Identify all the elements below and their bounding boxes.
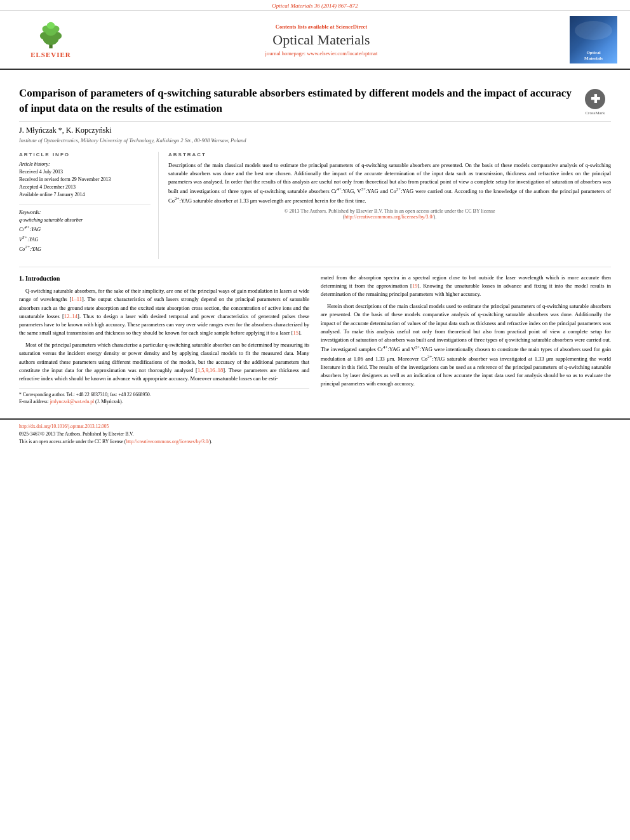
article-info-heading: ARTICLE INFO (19, 152, 151, 157)
keywords-section: Keywords: q-switching saturable absorber… (19, 210, 151, 254)
journal-homepage: journal homepage: www.elsevier.com/locat… (89, 50, 554, 57)
svg-point-7 (47, 22, 55, 29)
divider (19, 204, 151, 204)
article-info-col: ARTICLE INFO Article history: Received 4… (19, 152, 159, 259)
footnote-email: E-mail address: jmlynczak@wat.edu.pl (J.… (19, 398, 309, 405)
history-title: Article history: (19, 161, 151, 167)
homepage-url[interactable]: www.elsevier.com/locate/optmat (307, 50, 377, 57)
intro-heading: 1. Introduction (19, 274, 309, 284)
ref-15[interactable]: 15 (293, 330, 299, 336)
ref-19[interactable]: 19 (412, 283, 418, 289)
doi-url[interactable]: http://dx.doi.org/10.1016/j.optmat.2013.… (19, 423, 109, 429)
footnotes: * Corresponding author. Tel.: +48 22 683… (19, 388, 309, 406)
elsevier-tree-icon (32, 21, 70, 50)
body-right-para-1: mated from the absorption spectra in a s… (321, 274, 611, 299)
history-line-4: Available online 7 January 2014 (19, 191, 151, 199)
crossmark-icon: ✚ (585, 89, 605, 109)
crossmark-label: CrossMark (585, 110, 605, 116)
keyword-1: q-switching saturable absorber (19, 217, 151, 225)
intro-para-1: Q-switching saturable absorbers, for the… (19, 287, 309, 337)
authors-names: J. Młyńczak *, K. Kopczyński (19, 126, 611, 135)
ref-1-5-9-16-18[interactable]: 1,5,9,16–18 (198, 367, 223, 373)
elsevier-logo-section: ELSEVIER (13, 21, 89, 58)
footnote-corresponding: * Corresponding author. Tel.: +48 22 683… (19, 391, 309, 398)
page-wrapper: Optical Materials 36 (2014) 867–872 ELSE… (0, 0, 630, 840)
author-names-text: J. Młyńczak *, K. Kopczyński (19, 126, 112, 135)
article-title-section: Comparison of parameters of q-switching … (19, 76, 611, 122)
journal-cover-section: OpticalMaterials (554, 16, 617, 63)
body-col-left: 1. Introduction Q-switching saturable ab… (19, 274, 309, 406)
ref-1-11[interactable]: 1–11 (71, 296, 82, 302)
abstract-col: ABSTRACT Descriptions of the main classi… (168, 152, 611, 259)
journal-citation-bar: Optical Materials 36 (2014) 867–872 (0, 0, 630, 11)
journal-cover-image: OpticalMaterials (570, 16, 617, 63)
sciencedirect-notice: Contents lists available at ScienceDirec… (89, 23, 554, 30)
journal-header: ELSEVIER Contents lists available at Sci… (0, 11, 630, 70)
affiliation: Institute of Optoelectronics, Military U… (19, 137, 611, 143)
journal-title: Optical Materials (89, 32, 554, 48)
elsevier-brand-text: ELSEVIER (30, 51, 71, 58)
keyword-3: V3+:YAG (19, 234, 151, 244)
cc-footer-url[interactable]: http://creativecommons.org/licenses/by/3… (126, 439, 210, 444)
keyword-4: Co2+:YAG (19, 244, 151, 253)
journal-citation-text: Optical Materials 36 (2014) 867–872 (272, 3, 358, 9)
body-col-right: mated from the absorption spectra in a s… (321, 274, 611, 406)
body-section: 1. Introduction Q-switching saturable ab… (19, 267, 611, 406)
issn-line: 0925-3467/© 2013 The Authors. Published … (19, 430, 611, 438)
history-line-1: Received 4 July 2013 (19, 168, 151, 176)
keywords-heading: Keywords: (19, 210, 151, 215)
article-content: Comparison of parameters of q-switching … (0, 70, 630, 412)
article-history: Article history: Received 4 July 2013 Re… (19, 161, 151, 199)
abstract-heading: ABSTRACT (168, 152, 611, 157)
history-line-3: Accepted 4 December 2013 (19, 183, 151, 191)
cc-url[interactable]: http://creativecommons.org/licenses/by/3… (344, 214, 433, 220)
sciencedirect-link[interactable]: ScienceDirect (336, 23, 367, 30)
history-line-2: Received in revised form 29 November 201… (19, 176, 151, 183)
keywords-list: q-switching saturable absorber Cr4+:YAG … (19, 217, 151, 254)
keyword-2: Cr4+:YAG (19, 224, 151, 234)
cc-license-line: © 2013 The Authors. Published by Elsevie… (168, 208, 611, 220)
crossmark-badge[interactable]: ✚ CrossMark (579, 89, 611, 116)
authors-section: J. Młyńczak *, K. Kopczyński Institute o… (19, 122, 611, 145)
abstract-text: Descriptions of the main classical model… (168, 161, 611, 206)
cover-decor (575, 21, 612, 40)
journal-title-section: Contents lists available at ScienceDirec… (89, 23, 554, 57)
article-info-abstract: ARTICLE INFO Article history: Received 4… (19, 152, 611, 259)
elsevier-logo: ELSEVIER (30, 21, 71, 58)
body-right-para-2: Herein short descriptions of the main cl… (321, 302, 611, 388)
ref-12-14[interactable]: 12–14 (64, 313, 77, 319)
cover-title: OpticalMaterials (584, 50, 603, 61)
cc-footer-line: This is an open access article under the… (19, 438, 611, 446)
intro-para-2: Most of the principal parameters which c… (19, 341, 309, 383)
bottom-footer: http://dx.doi.org/10.1016/j.optmat.2013.… (0, 418, 630, 449)
email-link[interactable]: jmlynczak@wat.edu.pl (50, 399, 94, 404)
doi-line: http://dx.doi.org/10.1016/j.optmat.2013.… (19, 423, 611, 430)
article-title: Comparison of parameters of q-switching … (19, 86, 573, 116)
